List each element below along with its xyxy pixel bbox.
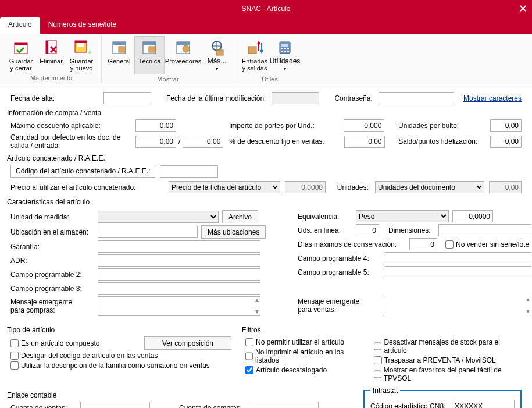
equiv-num[interactable] (452, 210, 493, 222)
save-close-button[interactable]: Guardar y cerrar (6, 36, 36, 73)
campo5-input[interactable] (385, 266, 531, 278)
entradas-button[interactable]: Entradas y salidas (240, 36, 270, 74)
mas-button[interactable]: Más...▾ (202, 36, 232, 74)
campo4-label: Campo programable 4: (298, 254, 385, 262)
svg-rect-17 (216, 50, 223, 55)
scroll-arrows-icon[interactable]: ▴▾ (526, 297, 530, 313)
general-button[interactable]: General (104, 36, 134, 74)
svg-rect-5 (77, 43, 84, 47)
save-new-icon: + (72, 38, 91, 56)
compuesto-checkbox[interactable]: Es un artículo compuesto (10, 339, 99, 347)
svg-rect-8 (113, 42, 126, 45)
section-enlace: Enlace contable (7, 391, 349, 399)
ribbon-group-mantenimiento: Mantenimiento (30, 74, 72, 81)
campo4-input[interactable] (385, 252, 531, 264)
cta-ventas-input[interactable] (80, 402, 150, 408)
cant-def-salida-input[interactable] (135, 136, 176, 148)
uds-linea-label: Uds. en línea: (298, 226, 356, 235)
ribbon-group-mostrar: Mostrar (157, 76, 178, 83)
contrasena-input[interactable] (379, 92, 454, 104)
save-close-icon (12, 38, 30, 56)
no-permitir-checkbox[interactable]: No permitir utilizar el artículo (245, 338, 344, 346)
tab-articulo[interactable]: Artículo (0, 17, 40, 34)
garantia-input[interactable] (98, 240, 260, 253)
proveedores-button[interactable]: Proveedores (165, 36, 202, 74)
svg-rect-23 (287, 48, 289, 49)
close-icon[interactable]: ✕ (519, 2, 527, 15)
pct-desc-input[interactable] (344, 136, 385, 148)
utilidades-button[interactable]: Utilidades▾ (270, 36, 300, 74)
scroll-arrows-icon[interactable]: ▴▾ (255, 297, 259, 314)
traspasar-checkbox[interactable]: Traspasar a PREVENTA / MovilSOL (374, 356, 496, 364)
msg-ventas-label: Mensaje emergente para ventas: (298, 297, 385, 314)
svg-point-15 (183, 45, 190, 52)
proveedores-icon (174, 38, 192, 56)
favoritos-checkbox[interactable]: Mostrar en favoritos del panel táctil de… (374, 366, 522, 382)
msg-ventas-input[interactable]: ▴▾ (385, 296, 531, 315)
mas-ubicaciones-button[interactable]: Más ubicaciones (201, 225, 266, 239)
desligar-checkbox[interactable]: Desligar del código de artículo en las v… (10, 352, 158, 360)
campo3-input[interactable] (98, 282, 260, 295)
dias-max-label: Días máximos de conservación: (298, 240, 409, 249)
svg-rect-9 (119, 47, 126, 52)
cant-def-entrada-input[interactable] (183, 136, 223, 148)
cn8-label: Código estadístico CN8: (370, 402, 452, 409)
msg-compras-label: Mensaje emergente para compras: (10, 298, 98, 314)
uds-linea-input[interactable] (356, 224, 379, 236)
descatalogado-checkbox[interactable]: Artículo descatalogado (245, 366, 327, 374)
precio-concat-select[interactable]: Precio de la ficha del artículo (169, 181, 280, 193)
cod-concat-input[interactable] (160, 165, 218, 178)
cta-compras-label: Cuenta de compras: (179, 404, 249, 409)
precio-concat-num (285, 181, 326, 193)
ubicacion-input[interactable] (98, 226, 198, 238)
svg-rect-20 (281, 44, 288, 47)
garantia-label: Garantía: (10, 243, 98, 251)
unidades-select[interactable]: Unidades del documento (375, 181, 484, 193)
adr-input[interactable] (98, 254, 260, 267)
desactivar-stock-checkbox[interactable]: Desactivar mensajes de stock para el art… (374, 338, 522, 354)
section-filtros: Filtros (242, 326, 522, 334)
section-caract: Características del artículo (7, 198, 522, 206)
fecha-mod-label: Fecha de la última modificación: (166, 94, 266, 102)
svg-rect-25 (284, 51, 286, 52)
delete-button[interactable]: Eliminar (36, 36, 66, 73)
svg-text:+: + (88, 48, 90, 56)
msg-compras-input[interactable]: ▴▾ (98, 296, 260, 316)
ver-composicion-button[interactable]: Ver composición (144, 336, 231, 350)
und-bulto-input[interactable] (490, 119, 522, 132)
ribbon: Guardar y cerrar Eliminar + Guardar y nu… (0, 34, 532, 84)
adr-label: ADR: (10, 257, 98, 265)
archivo-button[interactable]: Archivo (222, 210, 258, 223)
main-tabs: Artículo Números de serie/lote (0, 17, 532, 34)
save-new-button[interactable]: + Guardar y nuevo (66, 36, 97, 73)
campo2-input[interactable] (98, 268, 260, 281)
svg-rect-3 (46, 41, 48, 54)
tecnica-button[interactable]: Técnica (134, 36, 165, 74)
svg-rect-24 (281, 51, 283, 52)
cn8-input[interactable] (452, 400, 515, 408)
cta-compras-input[interactable] (249, 402, 319, 408)
no-imprimir-checkbox[interactable]: No imprimir el artículo en los listados (245, 348, 362, 364)
mas-icon (208, 38, 226, 56)
unidad-medida-label: Unidad de medida: (10, 213, 98, 221)
dimensiones-input[interactable] (438, 224, 531, 236)
no-vender-checkbox[interactable]: No vender sin serie/lote (445, 240, 529, 249)
equiv-label: Equivalencia: (298, 212, 356, 221)
fecha-mod-input (272, 92, 319, 104)
intrastat-legend: Intrastat (370, 386, 400, 395)
tab-series[interactable]: Números de serie/lote (40, 17, 124, 34)
fecha-alta-input[interactable] (103, 92, 151, 104)
equiv-select[interactable]: Peso (356, 210, 449, 222)
unidad-medida-select[interactable] (98, 211, 219, 223)
mostrar-caracteres-link[interactable]: Mostrar caracteres (463, 94, 522, 102)
max-desc-input[interactable] (135, 119, 176, 132)
svg-rect-21 (281, 48, 283, 49)
svg-rect-22 (284, 48, 286, 49)
dias-max-input[interactable] (409, 238, 437, 250)
importe-portes-input[interactable] (344, 119, 384, 132)
saldo-pts-label: Saldo/puntos fidelización: (398, 137, 490, 146)
tecnica-icon (140, 38, 159, 56)
usar-desc-checkbox[interactable]: Utilizar la descripción de la familia co… (10, 361, 210, 370)
saldo-pts-input[interactable] (490, 136, 522, 148)
ubicacion-label: Ubicación en el almacén: (10, 228, 98, 236)
